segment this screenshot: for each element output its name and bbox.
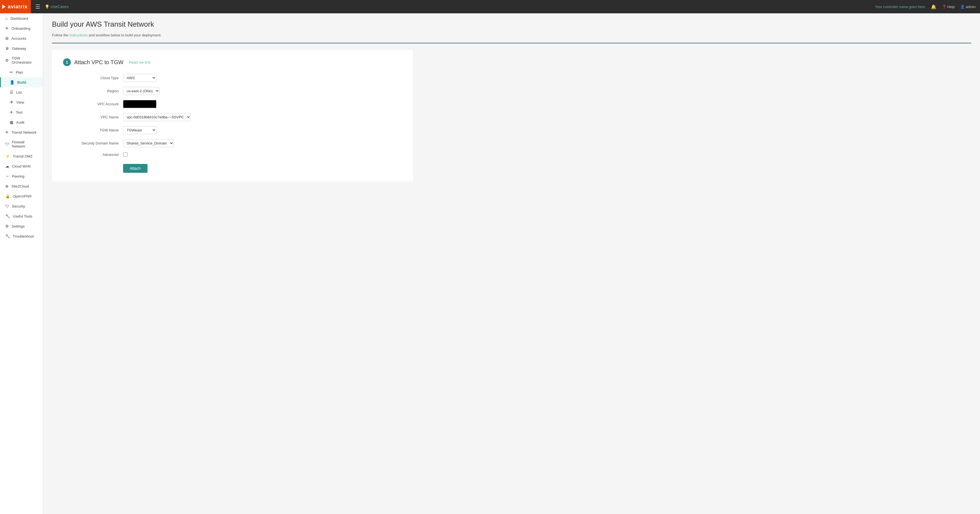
card-title: Attach VPC to TGW	[74, 59, 123, 65]
security-domain-select[interactable]: Shared_Service_Domain	[123, 139, 174, 147]
sidebar-label-accounts: Accounts	[11, 37, 26, 41]
audit-icon: ▦	[10, 120, 13, 124]
cloud-type-label: Cloud Type	[63, 76, 119, 80]
cloud-type-select[interactable]: AWS	[123, 74, 156, 82]
peering-icon: ↔	[5, 174, 9, 178]
sidebar-item-list[interactable]: ☰ List	[0, 87, 43, 97]
sidebar: ⌂ Dashboard ✈ Onboarding ⊞ Accounts 🖥 Ga…	[0, 13, 43, 514]
settings-icon: ⚙	[5, 224, 9, 228]
sidebar-label-peering: Peering	[12, 174, 24, 178]
sidebar-label-openvpn: OpenVPN®	[13, 194, 32, 198]
sidebar-label-audit: Audit	[16, 120, 24, 124]
sidebar-item-site2cloud[interactable]: ⊕ Site2Cloud	[0, 181, 43, 191]
sidebar-item-settings[interactable]: ⚙ Settings	[0, 221, 43, 231]
sidebar-item-firewall-network[interactable]: 🛡 Firewall Network	[0, 137, 43, 151]
sidebar-item-view[interactable]: 👁 View	[0, 97, 43, 107]
security-icon: 🛡	[5, 204, 9, 208]
read-me-link[interactable]: Read me first	[129, 60, 150, 64]
troubleshoot-icon: 🔧	[5, 234, 10, 239]
section-divider	[52, 43, 971, 43]
sidebar-item-dashboard[interactable]: ⌂ Dashboard	[0, 13, 43, 23]
sidebar-label-useful-tools: Useful Tools	[13, 214, 32, 218]
attach-button-row: Attach	[63, 162, 402, 173]
security-domain-row: Security Domain Name Shared_Service_Doma…	[63, 139, 402, 147]
test-icon: ✈	[10, 110, 13, 115]
tgw-name-row: TGW Name TGWeast	[63, 126, 402, 134]
step-badge: 1	[63, 58, 71, 66]
usecases-link[interactable]: 💡 UseCases	[45, 5, 68, 9]
sidebar-item-transit-network[interactable]: ✈ Transit Network	[0, 127, 43, 137]
page-title: Build your AWS Transit Network	[52, 20, 971, 29]
attach-vpc-card: 1 Attach VPC to TGW Read me first Cloud …	[52, 50, 413, 181]
sidebar-label-build: Build	[17, 80, 26, 84]
attach-button[interactable]: Attach	[123, 164, 148, 173]
admin-link[interactable]: 👤 admin	[960, 5, 975, 9]
sidebar-item-audit[interactable]: ▦ Audit	[0, 117, 43, 127]
vpc-name-select[interactable]: vpc-0d0318b8410c7edba~~SSVPC	[123, 113, 191, 121]
sidebar-label-troubleshoot: Troubleshoot	[13, 234, 33, 239]
region-row: Region us-east-2 (Ohio)	[63, 87, 402, 95]
hamburger-icon[interactable]: ☰	[35, 3, 40, 10]
list-icon: ☰	[10, 90, 13, 94]
sidebar-item-build[interactable]: 👤 Build	[0, 77, 43, 87]
controller-name: Your controller name goes here	[875, 5, 925, 9]
sidebar-label-onboarding: Onboarding	[11, 26, 30, 30]
advanced-label: Advanced	[63, 153, 119, 157]
pencil-icon: ✏	[10, 70, 13, 75]
tgw-name-label: TGW Name	[63, 128, 119, 132]
home-icon: ⌂	[5, 16, 8, 21]
main-content: Build your AWS Transit Network Follow th…	[43, 13, 980, 514]
instructions-link[interactable]: instructions	[70, 33, 88, 37]
sidebar-item-peering[interactable]: ↔ Peering	[0, 171, 43, 181]
sidebar-label-view: View	[16, 100, 24, 105]
site2cloud-icon: ⊕	[5, 184, 9, 188]
sidebar-label-test: Test	[16, 110, 22, 115]
plane-icon: ✈	[5, 26, 9, 30]
sidebar-item-test[interactable]: ✈ Test	[0, 107, 43, 117]
sidebar-item-plan[interactable]: ✏ Plan	[0, 67, 43, 77]
sidebar-label-dashboard: Dashboard	[10, 16, 28, 21]
build-icon: 👤	[10, 80, 14, 84]
main-layout: ⌂ Dashboard ✈ Onboarding ⊞ Accounts 🖥 Ga…	[0, 13, 980, 514]
sidebar-label-transit-dmz: Transit DMZ	[13, 154, 32, 158]
accounts-icon: ⊞	[5, 36, 9, 41]
tools-icon: 🔧	[5, 214, 10, 218]
bulb-icon: 💡	[45, 5, 49, 9]
sidebar-item-troubleshoot[interactable]: 🔧 Troubleshoot	[0, 231, 43, 241]
sidebar-item-accounts[interactable]: ⊞ Accounts	[0, 33, 43, 43]
sidebar-item-gateway[interactable]: 🖥 Gateway	[0, 43, 43, 53]
sidebar-label-settings: Settings	[12, 224, 25, 228]
sidebar-item-cloud-wan[interactable]: ☁ Cloud WAN	[0, 161, 43, 171]
card-header: 1 Attach VPC to TGW Read me first	[63, 58, 402, 66]
sidebar-item-onboarding[interactable]: ✈ Onboarding	[0, 23, 43, 33]
advanced-checkbox[interactable]	[123, 152, 127, 157]
help-icon: ❓	[942, 5, 947, 9]
tgw-name-select[interactable]: TGWeast	[123, 126, 156, 134]
vpc-account-select[interactable]	[123, 100, 156, 108]
sidebar-label-gateway: Gateway	[12, 46, 26, 51]
advanced-row: Advanced	[63, 152, 402, 157]
sidebar-item-transit-dmz[interactable]: ⚡ Transit DMZ	[0, 151, 43, 161]
sidebar-item-security[interactable]: 🛡 Security	[0, 201, 43, 211]
help-link[interactable]: ❓ Help	[942, 5, 955, 9]
region-select[interactable]: us-east-2 (Ohio)	[123, 87, 160, 95]
vpc-name-row: VPC Name vpc-0d0318b8410c7edba~~SSVPC	[63, 113, 402, 121]
sidebar-label-tgw: TGW Orchestrator	[12, 56, 38, 64]
notification-bell-icon[interactable]: 🔔	[931, 4, 936, 10]
logo[interactable]: aviatrix	[0, 0, 31, 13]
eye-icon: 👁	[10, 100, 14, 105]
vpn-icon: 🔒	[5, 194, 10, 198]
sidebar-label-site2cloud: Site2Cloud	[11, 184, 29, 188]
topnav-right: Your controller name goes here 🔔 ❓ Help …	[875, 4, 975, 10]
sidebar-label-firewall-network: Firewall Network	[12, 140, 38, 148]
user-icon: 👤	[960, 5, 965, 9]
logo-text: aviatrix	[8, 4, 27, 10]
cloud-icon: ☁	[5, 164, 9, 169]
monitor-icon: 🖥	[5, 46, 9, 51]
logo-triangle-icon	[2, 5, 6, 9]
sidebar-item-openvpn[interactable]: 🔒 OpenVPN®	[0, 191, 43, 201]
sidebar-label-security: Security	[12, 204, 25, 208]
sidebar-item-useful-tools[interactable]: 🔧 Useful Tools	[0, 211, 43, 221]
security-domain-label: Security Domain Name	[63, 141, 119, 145]
sidebar-item-tgw-orchestrator[interactable]: ⚙ TGW Orchestrator	[0, 53, 43, 67]
